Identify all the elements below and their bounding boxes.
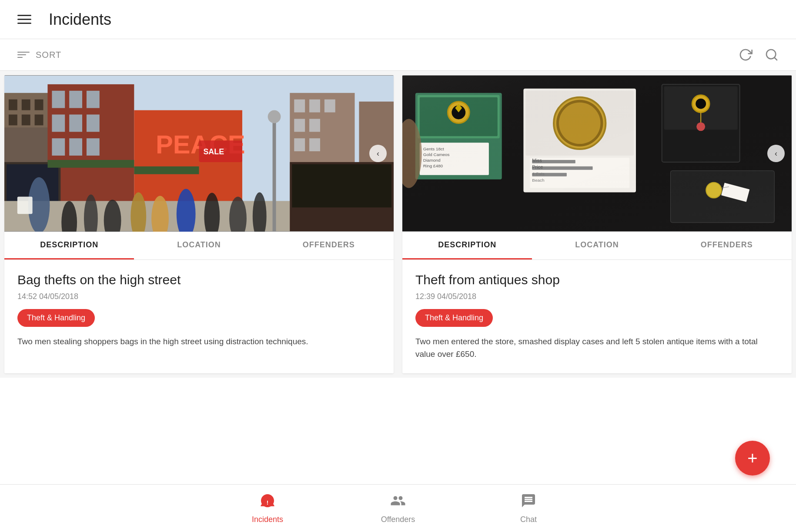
card-1-title: Bag thefts on the high street [17, 272, 381, 288]
incident-card-1: PEACE [4, 75, 394, 373]
bottom-navigation: ! Incidents Offenders Chat [0, 484, 796, 532]
nav-items: ! Incidents Offenders Chat [0, 489, 796, 529]
card-2-prev-button[interactable]: ‹ [767, 145, 785, 162]
svg-rect-40 [324, 100, 335, 113]
card-2-tabs: DESCRIPTION LOCATION OFFENDERS [402, 232, 792, 260]
toolbar-actions [739, 48, 779, 62]
filter-sort-group: SORT [17, 50, 61, 60]
card-1-datetime: 14:52 04/05/2018 [17, 292, 381, 301]
svg-text:!: ! [267, 499, 269, 506]
svg-rect-41 [294, 119, 305, 132]
card-1-body: Bag thefts on the high street 14:52 04/0… [4, 260, 394, 361]
offenders-icon [390, 493, 406, 512]
svg-rect-15 [52, 115, 65, 132]
card-1-tab-location[interactable]: LOCATION [134, 232, 264, 259]
filter-icon[interactable] [17, 52, 30, 58]
svg-rect-8 [9, 115, 17, 126]
refresh-button[interactable] [739, 48, 753, 62]
card-1-tab-description[interactable]: DESCRIPTION [4, 232, 134, 259]
app-header: Incidents [0, 0, 796, 39]
card-1-prev-button[interactable]: ‹ [369, 145, 387, 162]
incidents-nav-label: Incidents [252, 515, 283, 524]
svg-rect-42 [309, 119, 320, 132]
card-1-description: Two men stealing shoppers bags in the hi… [17, 336, 381, 348]
add-incident-fab[interactable]: + [735, 441, 770, 475]
svg-rect-16 [69, 115, 82, 132]
svg-rect-47 [292, 164, 391, 207]
card-1-badge: Theft & Handling [17, 309, 95, 327]
card-2-tab-location[interactable]: LOCATION [532, 232, 662, 259]
svg-rect-18 [52, 138, 65, 156]
card-1-tab-offenders[interactable]: OFFENDERS [264, 232, 394, 259]
card-2-tab-description[interactable]: DESCRIPTION [402, 232, 532, 259]
svg-rect-10 [35, 115, 43, 126]
svg-rect-38 [294, 100, 305, 113]
card-2-body: Theft from antiques shop 12:39 04/05/201… [402, 260, 792, 373]
svg-rect-43 [294, 138, 305, 151]
svg-rect-19 [69, 138, 82, 156]
svg-rect-36 [17, 196, 33, 214]
svg-rect-20 [87, 138, 100, 156]
svg-rect-7 [35, 100, 43, 110]
offenders-nav-label: Offenders [381, 515, 415, 524]
nav-item-chat[interactable]: Chat [463, 489, 594, 529]
svg-rect-9 [22, 115, 30, 126]
svg-point-51 [268, 110, 281, 123]
svg-rect-13 [69, 91, 82, 108]
card-2-title: Theft from antiques shop [415, 272, 779, 288]
svg-rect-48 [47, 160, 134, 168]
svg-rect-91 [402, 76, 792, 231]
incidents-icon: ! [260, 493, 275, 512]
svg-rect-39 [309, 100, 320, 113]
nav-item-incidents[interactable]: ! Incidents [202, 489, 333, 529]
svg-rect-14 [87, 91, 100, 108]
hamburger-menu-button[interactable] [17, 15, 31, 24]
card-2-description: Two men entered the store, smashed displ… [415, 336, 779, 360]
add-icon: + [747, 449, 757, 467]
svg-rect-50 [273, 119, 276, 231]
page-title: Incidents [49, 10, 111, 29]
incident-image-2: Miss Price 4 Cats Beach Gents 18ct Gold … [402, 75, 792, 232]
card-2-tab-offenders[interactable]: OFFENDERS [662, 232, 792, 259]
svg-rect-49 [134, 166, 199, 174]
toolbar: SORT [0, 39, 796, 71]
card-2-datetime: 12:39 04/05/2018 [415, 292, 779, 301]
incidents-grid: PEACE [0, 71, 796, 378]
svg-rect-12 [52, 91, 65, 108]
svg-text:SALE: SALE [203, 147, 224, 156]
chat-nav-label: Chat [520, 515, 537, 524]
search-button[interactable] [765, 48, 779, 62]
incident-image-1: PEACE [4, 75, 394, 232]
incident-card-2: Miss Price 4 Cats Beach Gents 18ct Gold … [402, 75, 792, 373]
svg-rect-6 [22, 100, 30, 110]
svg-line-1 [774, 57, 777, 60]
svg-rect-5 [9, 100, 17, 110]
svg-rect-17 [87, 115, 100, 132]
sort-label[interactable]: SORT [36, 50, 61, 60]
card-2-badge: Theft & Handling [415, 309, 493, 327]
chat-icon [521, 493, 536, 512]
card-1-tabs: DESCRIPTION LOCATION OFFENDERS [4, 232, 394, 260]
nav-item-offenders[interactable]: Offenders [333, 489, 463, 529]
svg-rect-44 [309, 138, 320, 151]
